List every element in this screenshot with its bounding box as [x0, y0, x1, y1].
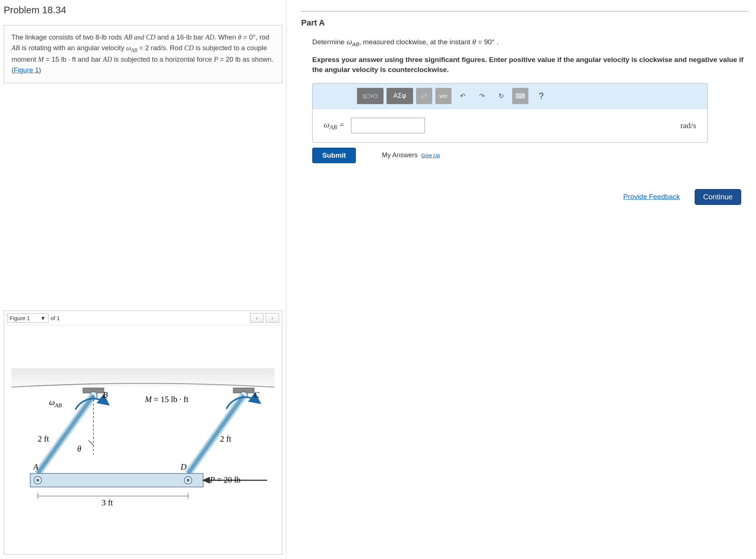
greek-button[interactable]: ΑΣφ [386, 88, 413, 104]
vector-button[interactable]: vec [435, 88, 452, 104]
svg-text:D: D [180, 462, 187, 471]
svg-point-14 [187, 479, 190, 482]
figure-link[interactable]: Figure 1 [14, 66, 39, 74]
templates-button[interactable]: ▯▢√▢ [357, 88, 384, 104]
svg-line-8 [188, 395, 244, 474]
figure-selector[interactable]: Figure 1 ▼ [7, 313, 48, 323]
part-a-instruction: Determine ωAB, measured clockwise, at th… [312, 38, 749, 47]
part-a-header: Part A [301, 11, 749, 28]
reset-button[interactable]: ↻ [493, 88, 509, 104]
my-answers-group: My Answers Give Up [382, 151, 440, 159]
svg-point-12 [36, 479, 39, 482]
answer-input[interactable] [351, 118, 425, 133]
svg-text:P = 20 lb: P = 20 lb [210, 475, 241, 484]
subscript-button[interactable]: ↓↑ [416, 88, 432, 104]
figure-panel: Figure 1 ▼ of 1 ‹ › [4, 311, 282, 555]
part-a-format: Express your answer using three signific… [312, 55, 749, 75]
svg-text:2 ft: 2 ft [38, 434, 49, 443]
answer-unit: rad/s [680, 121, 696, 130]
svg-text:2 ft: 2 ft [220, 434, 232, 443]
figure-count: of 1 [51, 315, 60, 321]
undo-button[interactable]: ↶ [454, 88, 471, 104]
svg-rect-0 [11, 368, 275, 387]
help-button[interactable]: ? [539, 91, 544, 101]
svg-text:B: B [103, 390, 108, 399]
problem-statement: The linkage consists of two 8-lb rods AB… [4, 25, 282, 83]
submit-button[interactable]: Submit [312, 148, 356, 163]
svg-text:ωAB: ωAB [49, 398, 62, 408]
figure-prev-button[interactable]: ‹ [250, 313, 263, 323]
svg-text:3 ft: 3 ft [102, 498, 113, 507]
keyboard-button[interactable]: ⌨ [512, 88, 528, 104]
problem-title: Problem 18.34 [4, 4, 282, 16]
figure-next-button[interactable]: › [266, 313, 279, 323]
equation-toolbar: ▯▢√▢ ΑΣφ ↓↑ vec ↶ ↷ ↻ ⌨ ? [313, 83, 707, 109]
svg-rect-10 [30, 473, 203, 487]
figure-canvas: ωAB B C A D θ 2 ft 2 ft 3 ft M = 15 lb ·… [4, 325, 282, 554]
chevron-down-icon: ▼ [40, 315, 46, 321]
svg-text:θ: θ [77, 444, 81, 453]
answer-block: ▯▢√▢ ΑΣφ ↓↑ vec ↶ ↷ ↻ ⌨ ? ωAB = rad/s [312, 83, 708, 143]
svg-text:A: A [33, 462, 38, 471]
redo-button[interactable]: ↷ [474, 88, 490, 104]
provide-feedback-link[interactable]: Provide Feedback [623, 193, 680, 201]
give-up-link[interactable]: Give Up [421, 152, 440, 158]
svg-text:C: C [254, 390, 260, 399]
continue-button[interactable]: Continue [695, 189, 741, 205]
svg-text:M = 15 lb · ft: M = 15 lb · ft [144, 395, 189, 404]
answer-variable: ωAB = [324, 120, 344, 131]
